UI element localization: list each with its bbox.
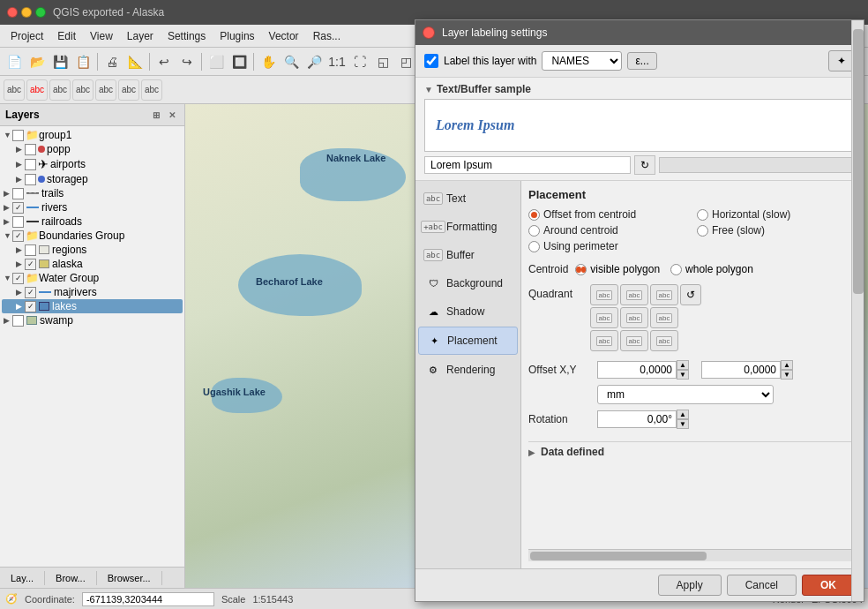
q-btn-br[interactable]: abc [650,330,678,351]
apply-button[interactable]: Apply [658,575,722,596]
q-btn-bc[interactable]: abc [620,330,648,351]
label-layer-checkbox[interactable] [424,54,438,68]
collapse-arrow[interactable]: ▼ [424,85,433,94]
label-icon-3[interactable]: abc [49,79,71,101]
expand-swamp[interactable]: ▶ [4,316,12,325]
rotation-down[interactable]: ▼ [677,419,689,429]
expand-storagep[interactable]: ▶ [16,175,25,184]
offset-x-down[interactable]: ▼ [677,370,689,380]
expand-popp[interactable]: ▶ [16,145,25,154]
radio-whole-polygon[interactable] [670,264,682,275]
select-icon[interactable]: ⬜ [206,51,227,72]
tab-placement[interactable]: ✦ Placement [418,327,518,355]
zoom-out-icon[interactable]: 🔎 [303,51,325,72]
q-reset-button[interactable]: ↺ [680,284,701,305]
maximize-button[interactable] [35,7,46,18]
print-icon[interactable]: 🖨 [101,51,123,72]
rotation-up[interactable]: ▲ [677,410,689,419]
menu-view[interactable]: View [83,28,120,44]
layer-item-railroads[interactable]: ▶ railroads [2,214,183,229]
label-icon-6[interactable]: abc [118,79,139,101]
dialog-close-button[interactable] [423,26,435,39]
tab-brow[interactable]: Brow... [45,571,97,585]
menu-settings[interactable]: Settings [161,28,213,44]
radio-around-centroid[interactable] [528,225,540,237]
ok-button[interactable]: OK [802,575,855,596]
save-as-icon[interactable]: 📋 [72,51,94,72]
offset-x-up[interactable]: ▲ [677,360,689,370]
scroll-thumb[interactable] [853,181,864,294]
menu-layer[interactable]: Layer [120,28,161,44]
layer-item-airports[interactable]: ▶ ✈ airports [2,156,183,172]
checkbox-storagep[interactable] [25,174,36,185]
checkbox-lakes[interactable] [25,301,36,312]
expression-button[interactable]: ε... [627,52,656,70]
redo-icon[interactable]: ↪ [176,51,198,72]
checkbox-group1[interactable] [12,130,24,141]
radio-offset-centroid[interactable] [528,209,540,221]
coordinate-input[interactable] [82,592,214,606]
label-field-dropdown[interactable]: NAMES [542,51,622,71]
expand-watergroup[interactable]: ▼ [4,274,12,282]
layer-item-lakes[interactable]: ▶ lakes [2,299,183,313]
pan-icon[interactable]: ✋ [258,51,279,72]
zoom-in-icon[interactable]: 🔍 [281,51,302,72]
q-btn-tc[interactable]: abc [620,284,648,305]
sample-refresh-icon[interactable]: ↻ [634,155,655,175]
h-scroll-thumb[interactable] [530,552,707,560]
layers-close-icon[interactable]: ✕ [165,108,179,122]
zoom-native-icon[interactable]: 1:1 [326,51,348,72]
data-defined-arrow[interactable]: ▶ [528,447,535,457]
radio-using-perimeter[interactable] [528,241,540,252]
menu-plugins[interactable]: Plugins [213,28,261,44]
expand-majrivers[interactable]: ▶ [16,288,25,297]
label-icon-4[interactable]: abc [72,79,94,101]
layer-item-regions[interactable]: ▶ regions [2,243,183,257]
checkbox-airports[interactable] [25,159,36,170]
layer-item-alaska[interactable]: ▶ alaska [2,257,183,271]
label-icon-2[interactable]: abc [26,79,48,101]
q-btn-mr[interactable]: abc [650,307,678,328]
rotation-input[interactable] [597,410,677,428]
expand-boundaries[interactable]: ▼ [4,231,12,240]
checkbox-railroads[interactable] [12,216,24,228]
bottom-scrollbar[interactable] [528,549,857,561]
expand-railroads[interactable]: ▶ [4,217,12,226]
checkbox-popp[interactable] [25,144,36,155]
tab-browser[interactable]: Browser... [97,571,162,585]
minimize-button[interactable] [21,7,32,18]
layer-item-rivers[interactable]: ▶ rivers [2,200,183,214]
cancel-button[interactable]: Cancel [727,575,797,596]
layer-item-watergroup[interactable]: ▼ 📁 Water Group [2,271,183,285]
label-icon-5[interactable]: abc [95,79,116,101]
undo-icon[interactable]: ↩ [153,51,175,72]
open-project-icon[interactable]: 📂 [26,51,48,72]
select-features-icon[interactable]: 🔲 [228,51,250,72]
menu-ras[interactable]: Ras... [306,28,348,44]
layer-item-swamp[interactable]: ▶ swamp [2,313,183,327]
q-btn-tl[interactable]: abc [590,284,618,305]
checkbox-trails[interactable] [12,188,24,199]
layers-expand-icon[interactable]: ⊞ [149,108,163,122]
sample-slider[interactable] [659,157,855,173]
checkbox-watergroup[interactable] [12,273,24,284]
layer-item-trails[interactable]: ▶ trails [2,186,183,200]
checkbox-regions[interactable] [25,244,36,256]
tab-text[interactable]: abc Text [418,185,518,212]
sample-input[interactable] [424,156,631,174]
checkbox-rivers[interactable] [12,202,24,214]
zoom-selection-icon[interactable]: ◰ [395,51,416,72]
tab-lay[interactable]: Lay... [0,571,45,585]
layer-item-majrivers[interactable]: ▶ majrivers [2,285,183,299]
compose-icon[interactable]: 📐 [124,51,146,72]
checkbox-alaska[interactable] [25,259,36,270]
close-button[interactable] [7,7,18,18]
offset-y-up[interactable]: ▲ [781,360,793,370]
expand-lakes[interactable]: ▶ [16,302,25,311]
layer-item-storagep[interactable]: ▶ storagep [2,172,183,186]
q-btn-bl[interactable]: abc [590,330,618,351]
checkbox-majrivers[interactable] [25,287,36,298]
tab-background[interactable]: 🛡 Background [418,270,518,297]
checkbox-boundaries[interactable] [12,230,24,242]
layer-item-group1[interactable]: ▼ 📁 group1 [2,128,183,142]
